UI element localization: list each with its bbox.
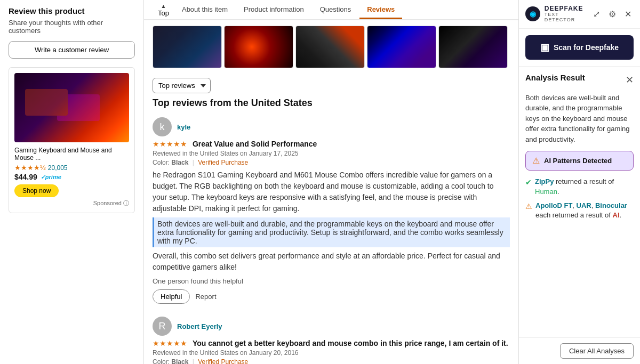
analysis-close-button[interactable]: ✕ <box>626 74 634 86</box>
df-header: ◉ DEEPFAKE TEXT DETECTOR ⤢ ⚙ ✕ <box>519 0 640 29</box>
df-result-text: Both devices are well-built and durable,… <box>525 93 634 145</box>
sidebar: Review this product Share your thoughts … <box>0 0 144 364</box>
df-logo-icon: ◉ <box>525 6 540 21</box>
warning-icon: ⚠ <box>532 156 540 166</box>
shop-now-button[interactable]: Shop now <box>14 184 59 197</box>
df-analysis-title: Analysis Result <box>525 73 585 82</box>
product-stars: ★★★★½ <box>14 164 46 172</box>
images-strip <box>144 20 518 74</box>
write-review-button[interactable]: Write a customer review <box>9 41 135 59</box>
prime-badge: ✓prime <box>41 174 61 181</box>
helpful-row-1: One person found this helpful <box>153 277 510 285</box>
scan-icon: ▣ <box>540 42 549 53</box>
reviews-title: Top reviews from the United States <box>153 98 510 109</box>
review-meta-2: Reviewed in the United States on January… <box>153 349 510 357</box>
tool-name-binocular: Binocular <box>595 201 627 209</box>
product-price: $44.99 <box>14 173 37 181</box>
df-header-icons: ⤢ ⚙ ✕ <box>591 8 634 20</box>
tab-about-item[interactable]: About this item <box>174 1 235 19</box>
review-filter-row: Top reviews <box>144 74 518 98</box>
report-link-1[interactable]: Report <box>195 293 216 301</box>
reviewer-name-2[interactable]: Robert Eyerly <box>177 322 222 330</box>
product-thumb-5[interactable] <box>438 26 508 68</box>
warn-icon-apollo: ⚠ <box>525 201 532 212</box>
reviewer-name-1[interactable]: kyle <box>177 123 190 131</box>
top-arrow: ▲ <box>161 3 166 9</box>
helpful-button-1[interactable]: Helpful <box>153 289 190 304</box>
result-item-zippy: ✔ ZipPy returned a result of Human. <box>525 177 634 196</box>
review-highlight-1: Both devices are well-built and durable,… <box>153 217 510 247</box>
df-footer: Clear All Analyses <box>519 337 640 364</box>
helpful-actions-1: Helpful Report <box>153 289 510 304</box>
df-logo-text: DEEPFAKE TEXT DETECTOR <box>545 5 591 23</box>
review-color-2: Color: Black | Verified Purchase <box>153 358 510 364</box>
df-results-list: ✔ ZipPy returned a result of Human. ⚠ Ap… <box>525 177 634 220</box>
sidebar-title: Review this product <box>9 6 135 15</box>
main-content: ▲ Top About this item Product informatio… <box>144 0 518 364</box>
check-icon-zippy: ✔ <box>525 177 532 188</box>
review-stars-2: ★★★★★ You cannot get a better keyboard a… <box>153 339 510 347</box>
product-thumb-3[interactable] <box>295 26 365 68</box>
tab-product-info[interactable]: Product information <box>236 1 311 19</box>
product-stars-row: ★★★★½ 20,005 <box>14 164 129 172</box>
tab-questions[interactable]: Questions <box>313 1 359 19</box>
review-filter-select[interactable]: Top reviews <box>153 78 211 93</box>
product-thumb-2[interactable] <box>224 26 293 68</box>
tab-bar: ▲ Top About this item Product informatio… <box>144 0 518 20</box>
tab-top-label: Top <box>158 9 169 17</box>
share-icon-button[interactable]: ⤢ <box>591 8 602 20</box>
ai-patterns-badge: ⚠ AI Patterns Detected <box>525 151 634 171</box>
avatar-1: k <box>153 117 172 136</box>
close-icon-button[interactable]: ✕ <box>622 8 634 20</box>
reviewer-row-1: k kyle <box>153 117 510 136</box>
df-analysis-panel: Analysis Result ✕ Both devices are well-… <box>519 66 640 337</box>
scan-deepfake-button[interactable]: ▣ Scan for Deepfake <box>525 35 634 60</box>
reviews-section: Top reviews from the United States k kyl… <box>144 98 518 364</box>
review-headline-2: You cannot get a better keyboard and mou… <box>193 339 508 347</box>
scan-btn-label: Scan for Deepfake <box>554 43 619 52</box>
review-color-1: Color: Black | Verified Purchase <box>153 159 510 166</box>
result-item-apollo: ⚠ ApolloD FT, UAR, Binocular each return… <box>525 201 634 220</box>
review-stars-1: ★★★★★ Great Value and Solid Performance <box>153 140 510 148</box>
clear-analyses-button[interactable]: Clear All Analyses <box>560 343 634 359</box>
tool-name-uar: UAR <box>577 201 591 209</box>
product-price-row: $44.99 ✓prime <box>14 173 129 181</box>
tab-top[interactable]: ▲ Top <box>153 1 174 19</box>
patterns-detected-label: AI Patterns Detected <box>544 157 612 165</box>
product-ad: Gaming Keyboard and Mouse and Mouse ... … <box>9 67 135 213</box>
review-body-1: he Redragon S101 Gaming Keyboard and M60… <box>153 169 510 214</box>
product-image <box>14 73 129 142</box>
result-text-zippy: ZipPy returned a result of Human. <box>535 177 634 196</box>
review-card-2: R Robert Eyerly ★★★★★ You cannot get a b… <box>153 317 510 364</box>
review-card-1: k kyle ★★★★★ Great Value and Solid Perfo… <box>153 117 510 304</box>
sidebar-subtitle: Share your thoughts with other customers <box>9 19 135 35</box>
deepfake-panel: ◉ DEEPFAKE TEXT DETECTOR ⤢ ⚙ ✕ ▣ Scan fo… <box>518 0 640 364</box>
product-name: Gaming Keyboard and Mouse and Mouse ... <box>14 147 129 161</box>
review-headline-1: Great Value and Solid Performance <box>193 140 317 148</box>
settings-icon-button[interactable]: ⚙ <box>606 8 618 20</box>
review-body-1b: Overall, this combo set delivers great p… <box>153 250 510 273</box>
df-logo-sub: TEXT DETECTOR <box>545 12 591 23</box>
avatar-2: R <box>153 317 172 336</box>
product-review-count[interactable]: 20,005 <box>48 164 68 172</box>
reviewer-row-2: R Robert Eyerly <box>153 317 510 336</box>
result-text-apollo: ApolloD FT, UAR, Binocular each returned… <box>535 201 634 220</box>
tab-reviews[interactable]: Reviews <box>359 1 402 19</box>
sponsored-label: Sponsored ⓘ <box>14 199 129 207</box>
helpful-text-1: One person found this helpful <box>153 277 243 285</box>
product-thumb-1[interactable] <box>153 26 222 68</box>
product-thumb-4[interactable] <box>367 26 436 68</box>
df-logo: ◉ DEEPFAKE TEXT DETECTOR <box>525 5 591 23</box>
review-meta-1: Reviewed in the United States on January… <box>153 150 510 157</box>
